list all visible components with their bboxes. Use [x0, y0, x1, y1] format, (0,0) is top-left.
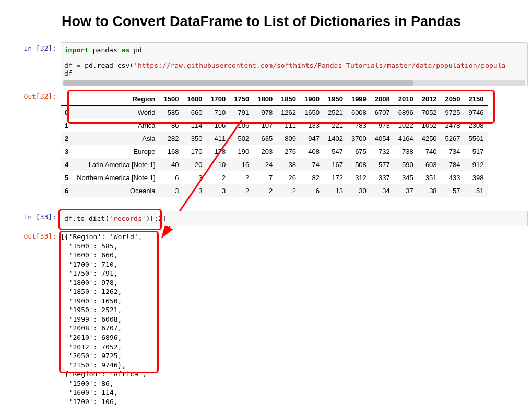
table-row: 0World5856607107919781262165025216008670…: [61, 106, 488, 120]
column-header: 1700: [206, 92, 230, 106]
column-header: 1800: [253, 92, 277, 106]
column-header: 2150: [465, 92, 488, 106]
code-cell-33[interactable]: df.to_dict('records')[:2]: [61, 211, 528, 226]
prompt-in-32: In [32]:: [4, 42, 61, 86]
column-header: 2012: [418, 92, 441, 106]
column-header: 2008: [371, 92, 394, 106]
column-header: Region: [73, 92, 159, 106]
column-header: 1999: [347, 92, 371, 106]
dataframe-output: Region1500160017001750180018501900195019…: [61, 90, 528, 199]
column-header: 2050: [441, 92, 465, 106]
column-header: 1950: [324, 92, 347, 106]
column-header: 1850: [277, 92, 300, 106]
table-row: 4Latin America [Note 1]40201016243874167…: [61, 158, 488, 171]
page-title: How to Convert DataFrame to List of Dict…: [62, 14, 528, 30]
prompt-out-33: Out[33]:: [4, 230, 61, 408]
column-header: 1600: [183, 92, 206, 106]
prompt-in-33: In [33]:: [4, 211, 61, 226]
prompt-out-32: Out[32]:: [4, 90, 61, 199]
dict-output: [{'Region': 'World', '1500': 585, '1600'…: [61, 232, 528, 406]
column-header: 1900: [300, 92, 324, 106]
dataframe-table: Region1500160017001750180018501900195019…: [61, 92, 488, 197]
column-header: 2010: [394, 92, 418, 106]
table-row: 5Northern America [Note 1]63227268217231…: [61, 171, 488, 184]
column-header: 1750: [230, 92, 253, 106]
table-row: 2Asia28235041150263580994714023700405441…: [61, 132, 488, 145]
column-header: 1500: [160, 92, 183, 106]
table-row: 1Africa861141061061071111332217839731022…: [61, 119, 488, 132]
code-cell-32[interactable]: import pandas as pd df = pd.read_csv('ht…: [61, 42, 528, 86]
table-row: 3Europe168170178190203276408547675732738…: [61, 145, 488, 158]
table-row: 6Oceania333222613303437385751: [61, 184, 488, 197]
